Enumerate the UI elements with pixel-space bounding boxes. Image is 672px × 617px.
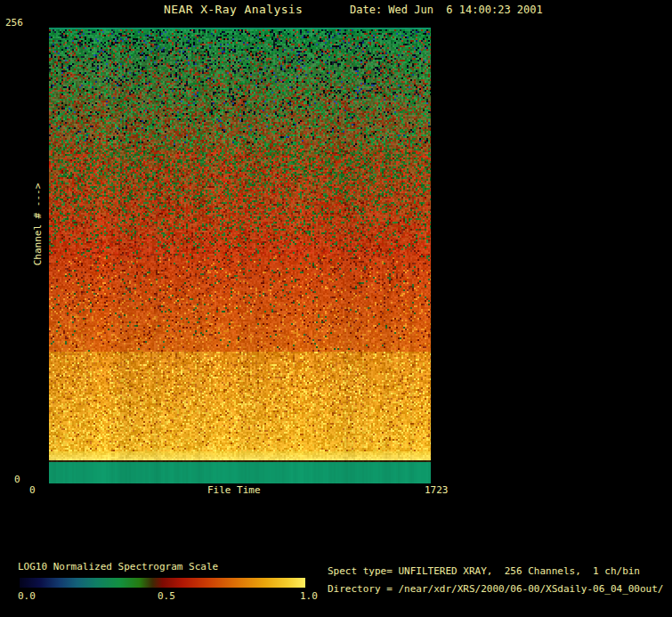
spect-type-line: Spect type= UNFILTERED XRAY, 256 Channel… <box>328 566 640 577</box>
x-axis-min-tick: 0 <box>29 485 36 496</box>
colorbar-tick-min: 0.0 <box>18 591 36 602</box>
directory-line: Directory = /near/xdr/XRS/2000/06-00/XSd… <box>328 584 664 595</box>
y-axis-min-tick: 0 <box>14 475 20 485</box>
date-label: Date: Wed Jun 6 14:00:23 2001 <box>350 4 543 16</box>
colorbar-tick-max: 1.0 <box>300 591 318 602</box>
colorbar-gradient <box>20 578 305 588</box>
colorbar-tick-mid: 0.5 <box>158 591 175 602</box>
near-xray-analysis-window: NEAR X-Ray Analysis Date: Wed Jun 6 14:0… <box>0 0 672 617</box>
page-title: NEAR X-Ray Analysis <box>164 4 303 16</box>
y-axis-max-tick: 256 <box>5 18 23 28</box>
x-axis-max-tick: 1723 <box>425 485 449 496</box>
colorbar-title: LOG10 Normalized Spectrogram Scale <box>18 562 218 572</box>
x-axis-label: File Time <box>207 485 261 496</box>
spectrogram-image <box>49 28 431 483</box>
y-axis-label: Channel # ---> <box>32 183 44 266</box>
